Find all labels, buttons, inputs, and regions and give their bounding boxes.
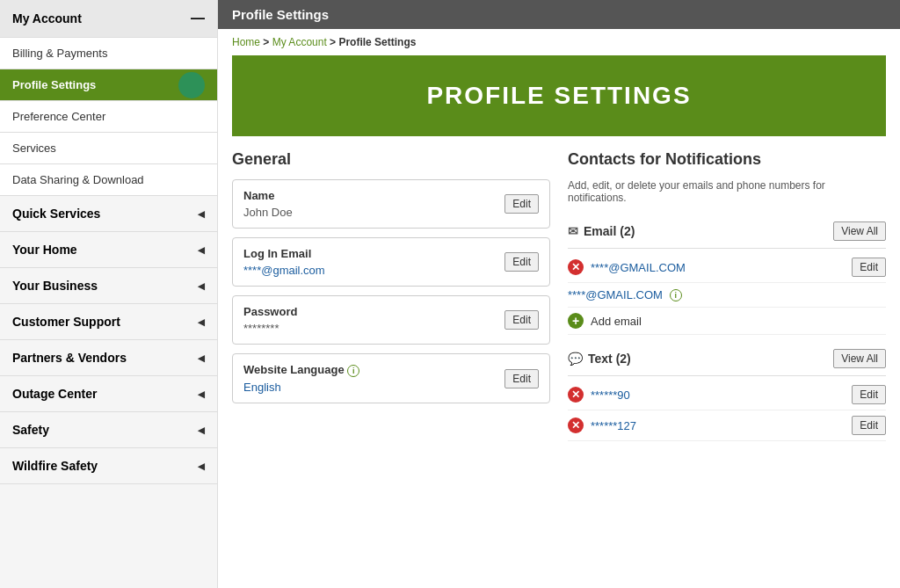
text-1-edit-button[interactable]: Edit	[852, 385, 886, 404]
wildfire-safety-arrow: ◀	[198, 461, 205, 471]
content-area: Profile Settings Home > My Account > Pro…	[218, 0, 900, 588]
sidebar-section-customer-support-label: Customer Support	[12, 315, 120, 329]
sidebar-section-your-business-label: Your Business	[12, 279, 98, 293]
sidebar-section-quick-services[interactable]: Quick Services ◀	[0, 196, 217, 232]
sidebar-section-safety-label: Safety	[12, 423, 49, 437]
text-row-2-left: ✕ ******127	[568, 417, 636, 433]
email-2-value: ****@GMAIL.COM	[568, 288, 663, 301]
sidebar-section-safety[interactable]: Safety ◀	[0, 412, 217, 448]
breadcrumb-separator-1: >	[263, 36, 272, 48]
password-card-left: Password ********	[243, 305, 297, 335]
email-row-1-left: ✕ ****@GMAIL.COM	[568, 259, 686, 275]
login-email-edit-button[interactable]: Edit	[504, 252, 539, 272]
sidebar-section-my-account[interactable]: My Account —	[0, 0, 217, 38]
customer-support-arrow: ◀	[198, 317, 205, 327]
email-1-edit-button[interactable]: Edit	[852, 258, 886, 277]
text-1-remove-icon[interactable]: ✕	[568, 387, 584, 403]
name-value: John Doe	[243, 206, 293, 219]
text-2-value: ******127	[591, 419, 636, 432]
two-col-layout: General Name John Doe Edit Log In Email …	[218, 150, 900, 455]
sidebar-item-profile-label: Profile Settings	[12, 78, 96, 91]
text-group-title: 💬 Text (2)	[568, 352, 631, 366]
login-email-card-left: Log In Email ****@gmail.com	[243, 247, 325, 277]
website-language-edit-button[interactable]: Edit	[504, 369, 539, 388]
website-language-info-icon[interactable]: i	[347, 365, 359, 377]
password-edit-button[interactable]: Edit	[504, 310, 539, 330]
partners-vendors-arrow: ◀	[198, 353, 205, 363]
text-view-all-button[interactable]: View All	[833, 349, 886, 368]
quick-services-arrow: ◀	[198, 209, 205, 219]
breadcrumb-home[interactable]: Home	[232, 36, 260, 48]
login-email-label: Log In Email	[243, 247, 325, 260]
sidebar-item-preference[interactable]: Preference Center	[0, 101, 217, 133]
add-email-label: Add email	[591, 315, 642, 328]
password-card: Password ******** Edit	[232, 295, 550, 345]
email-view-all-button[interactable]: View All	[833, 221, 886, 241]
email-row-2: ****@GMAIL.COM i	[568, 283, 886, 308]
sidebar-item-profile[interactable]: Profile Settings	[0, 69, 217, 101]
general-section: General Name John Doe Edit Log In Email …	[232, 150, 550, 441]
sidebar-section-outage-center[interactable]: Outage Center ◀	[0, 376, 217, 412]
contacts-section: Contacts for Notifications Add, edit, or…	[568, 150, 886, 441]
sidebar-section-outage-center-label: Outage Center	[12, 387, 97, 401]
text-message-icon: 💬	[568, 352, 583, 366]
text-2-remove-icon[interactable]: ✕	[568, 417, 584, 433]
email-1-remove-icon[interactable]: ✕	[568, 259, 584, 275]
sidebar-item-preference-label: Preference Center	[12, 110, 105, 123]
your-business-arrow: ◀	[198, 281, 205, 291]
breadcrumb-my-account[interactable]: My Account	[272, 36, 327, 48]
password-label: Password	[243, 305, 297, 318]
email-row-1: ✕ ****@GMAIL.COM Edit	[568, 252, 886, 283]
sidebar-section-customer-support[interactable]: Customer Support ◀	[0, 304, 217, 340]
sidebar-section-partners-vendors[interactable]: Partners & Vendors ◀	[0, 340, 217, 376]
email-1-value: ****@GMAIL.COM	[591, 261, 686, 274]
name-edit-button[interactable]: Edit	[504, 194, 539, 214]
email-2-info-icon[interactable]: i	[670, 289, 682, 301]
profile-circle-indicator	[178, 72, 205, 98]
safety-arrow: ◀	[198, 425, 205, 435]
website-language-label: Website Language i	[243, 363, 359, 377]
sidebar-section-quick-services-label: Quick Services	[12, 207, 100, 221]
sidebar-item-billing[interactable]: Billing & Payments	[0, 38, 217, 69]
website-language-card: Website Language i English Edit	[232, 353, 550, 403]
sidebar-item-services-label: Services	[12, 142, 56, 155]
sidebar-section-wildfire-safety-label: Wildfire Safety	[12, 459, 98, 473]
sidebar-section-your-home[interactable]: Your Home ◀	[0, 232, 217, 268]
banner-title: PROFILE SETTINGS	[426, 82, 691, 109]
add-email-row[interactable]: + Add email	[568, 308, 886, 335]
password-value: ********	[243, 322, 297, 335]
email-row-2-left: ****@GMAIL.COM i	[568, 288, 682, 301]
sidebar-item-data-sharing[interactable]: Data Sharing & Download	[0, 164, 217, 196]
sidebar-item-services[interactable]: Services	[0, 133, 217, 164]
name-card-left: Name John Doe	[243, 189, 293, 219]
sidebar-collapse-icon: —	[191, 11, 205, 26]
contacts-section-title: Contacts for Notifications	[568, 150, 886, 169]
sidebar-item-billing-label: Billing & Payments	[12, 47, 107, 60]
sidebar-section-wildfire-safety[interactable]: Wildfire Safety ◀	[0, 448, 217, 484]
text-row-1-left: ✕ ******90	[568, 387, 630, 403]
login-email-value: ****@gmail.com	[243, 264, 325, 277]
sidebar-section-your-business[interactable]: Your Business ◀	[0, 268, 217, 304]
website-language-value: English	[243, 381, 359, 394]
breadcrumb: Home > My Account > Profile Settings	[218, 29, 900, 55]
breadcrumb-current: Profile Settings	[338, 36, 416, 48]
text-row-1: ✕ ******90 Edit	[568, 380, 886, 410]
sidebar-section-your-home-label: Your Home	[12, 243, 77, 257]
page-header-title: Profile Settings	[232, 7, 329, 22]
text-1-value: ******90	[591, 388, 630, 402]
outage-center-arrow: ◀	[198, 389, 205, 399]
email-group-title: ✉ Email (2)	[568, 224, 635, 238]
add-email-icon[interactable]: +	[568, 313, 584, 329]
sidebar-item-data-sharing-label: Data Sharing & Download	[12, 173, 144, 186]
general-section-title: General	[232, 150, 550, 169]
website-language-card-left: Website Language i English	[243, 363, 359, 394]
email-icon: ✉	[568, 224, 578, 238]
page-header: Profile Settings	[218, 0, 900, 29]
breadcrumb-separator-2: >	[330, 36, 338, 48]
text-2-edit-button[interactable]: Edit	[852, 416, 886, 435]
text-group-label: Text (2)	[588, 352, 631, 366]
sidebar: My Account — Billing & Payments Profile …	[0, 0, 218, 588]
text-group-header: 💬 Text (2) View All	[568, 342, 886, 376]
login-email-card: Log In Email ****@gmail.com Edit	[232, 237, 550, 287]
sidebar-section-partners-vendors-label: Partners & Vendors	[12, 351, 127, 365]
